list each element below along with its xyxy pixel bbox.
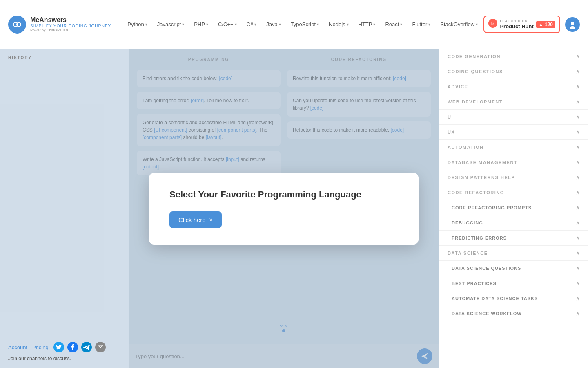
nav-typescript[interactable]: TypeScript ▾ <box>287 19 323 30</box>
chevron-icon: ▾ <box>476 22 478 27</box>
expand-icon: ∧ <box>576 83 580 90</box>
expand-icon: ∧ <box>576 68 580 75</box>
header-right: P FEATURED ON Product Hunt ▲ 120 <box>483 16 580 33</box>
right-sidebar: Code Generation ∧ Coding Questions ∧ Adv… <box>439 49 588 368</box>
sidebar-section-automate-data-science[interactable]: Automate Data Science Tasks ∧ <box>439 291 588 306</box>
join-channels-text: Join our channels to discuss. <box>8 356 120 361</box>
logo-text: McAnswers SIMPLIFY YOUR CODING JOURNEY P… <box>30 16 111 32</box>
sidebar-section-automation[interactable]: Automation ∧ <box>439 140 588 155</box>
product-hunt-text: FEATURED ON Product Hunt <box>500 19 533 29</box>
facebook-icon[interactable] <box>67 342 78 352</box>
expand-icon: ∧ <box>576 235 580 241</box>
chevron-icon: ▾ <box>400 22 402 27</box>
email-icon[interactable] <box>95 342 106 352</box>
sidebar-section-data-science-questions[interactable]: Data Science Questions ∧ <box>439 261 588 276</box>
expand-icon: ∧ <box>576 174 580 181</box>
logo-area: McAnswers SIMPLIFY YOUR CODING JOURNEY P… <box>8 16 111 34</box>
sidebar-section-database-management[interactable]: Database Management ∧ <box>439 155 588 170</box>
sidebar-section-ui[interactable]: UI ∧ <box>439 110 588 124</box>
click-here-button[interactable]: Click here ∨ <box>169 211 222 228</box>
expand-icon: ∧ <box>576 310 580 317</box>
nav-flutter[interactable]: Flutter ▾ <box>408 19 434 30</box>
expand-icon: ∧ <box>576 159 580 166</box>
chevron-icon: ▾ <box>373 22 375 27</box>
svg-text:P: P <box>491 20 495 27</box>
product-hunt-badge[interactable]: P FEATURED ON Product Hunt ▲ 120 <box>483 16 560 33</box>
header: McAnswers SIMPLIFY YOUR CODING JOURNEY P… <box>0 0 588 49</box>
sidebar-section-debugging[interactable]: Debugging ∧ <box>439 215 588 230</box>
nav-java[interactable]: Java ▾ <box>262 19 285 30</box>
chevron-icon: ▾ <box>279 22 281 27</box>
sidebar-section-predicting-errors[interactable]: Predicting Errors ∧ <box>439 231 588 245</box>
sidebar-section-web-development[interactable]: Web Development ∧ <box>439 94 588 109</box>
expand-icon: ∧ <box>576 280 580 287</box>
svg-point-6 <box>570 26 575 29</box>
pricing-link[interactable]: Pricing <box>32 344 49 350</box>
product-hunt-count: ▲ 120 <box>536 21 555 28</box>
user-avatar[interactable] <box>565 17 580 32</box>
expand-icon: ∧ <box>576 204 580 211</box>
expand-icon: ∧ <box>576 265 580 272</box>
language-selection-modal: Select Your Favorite Programming Languag… <box>149 173 419 245</box>
chevron-icon: ▾ <box>206 22 208 27</box>
sidebar-bottom: Account Pricing <box>0 335 129 368</box>
sidebar-section-advice[interactable]: Advice ∧ <box>439 79 588 94</box>
nav-python[interactable]: Python ▾ <box>123 19 151 30</box>
modal-overlay: Select Your Favorite Programming Languag… <box>129 49 439 368</box>
sidebar-section-design-patterns[interactable]: Design Patterns Help ∧ <box>439 170 588 185</box>
chevron-icon: ▾ <box>254 22 256 27</box>
sidebar-section-code-refactoring-prompts[interactable]: Code Refactoring Prompts ∧ <box>439 200 588 215</box>
sidebar-section-coding-questions[interactable]: Coding Questions ∧ <box>439 64 588 79</box>
chevron-down-icon: ∨ <box>209 217 213 222</box>
logo-icon <box>8 16 26 34</box>
nav-react[interactable]: React ▾ <box>381 19 406 30</box>
account-link[interactable]: Account <box>8 344 27 350</box>
chevron-icon: ▾ <box>347 22 349 27</box>
main-nav: Python ▾ Javascript ▾ PHP ▾ C/C++ ▾ C# ▾… <box>123 19 483 30</box>
app-title: McAnswers <box>30 16 111 24</box>
nav-stackoverflow[interactable]: StackOverflow ▾ <box>436 19 482 30</box>
expand-icon: ∧ <box>576 189 580 196</box>
expand-icon: ∧ <box>576 250 580 256</box>
nav-csharp[interactable]: C# ▾ <box>243 19 261 30</box>
nav-http[interactable]: HTTP ▾ <box>354 19 380 30</box>
expand-icon: ∧ <box>576 144 580 150</box>
telegram-icon[interactable] <box>81 342 92 352</box>
sidebar-section-best-practices[interactable]: Best Practices ∧ <box>439 276 588 291</box>
svg-point-5 <box>571 22 574 25</box>
sidebar-section-data-science-category[interactable]: DATA SCIENCE ∧ <box>439 246 588 260</box>
left-sidebar: HISTORY Account Pricing <box>0 49 129 368</box>
sidebar-links: Account Pricing <box>8 342 120 352</box>
nav-javascript[interactable]: Javascript ▾ <box>153 19 189 30</box>
chevron-icon: ▾ <box>182 22 184 27</box>
chevron-icon: ▾ <box>317 22 319 27</box>
expand-icon: ∧ <box>576 99 580 105</box>
product-hunt-icon: P <box>488 19 497 30</box>
expand-icon: ∧ <box>576 53 580 60</box>
sidebar-section-code-generation[interactable]: Code Generation ∧ <box>439 49 588 64</box>
twitter-icon[interactable] <box>53 342 64 352</box>
sidebar-section-data-science-workflow[interactable]: Data Science Workflow ∧ <box>439 306 588 321</box>
expand-icon: ∧ <box>576 295 580 302</box>
chevron-icon: ▾ <box>235 22 237 27</box>
nav-nodejs[interactable]: Nodejs ▾ <box>325 19 352 30</box>
modal-title: Select Your Favorite Programming Languag… <box>169 189 398 200</box>
sidebar-section-ux[interactable]: UX ∧ <box>439 125 588 139</box>
nav-cpp[interactable]: C/C++ ▾ <box>214 19 241 30</box>
chevron-icon: ▾ <box>428 22 430 27</box>
app-powered: Power by ChatGPT 4.0 <box>30 28 111 32</box>
expand-icon: ∧ <box>576 114 580 120</box>
history-label: HISTORY <box>0 49 129 63</box>
expand-icon: ∧ <box>576 129 580 135</box>
social-icons <box>53 342 106 352</box>
sidebar-section-code-refactoring-category[interactable]: CODE REFACTORING ∧ <box>439 185 588 200</box>
chevron-icon: ▾ <box>145 22 147 27</box>
app-subtitle: SIMPLIFY YOUR CODING JOURNEY <box>30 24 111 28</box>
nav-php[interactable]: PHP ▾ <box>190 19 212 30</box>
expand-icon: ∧ <box>576 220 580 226</box>
